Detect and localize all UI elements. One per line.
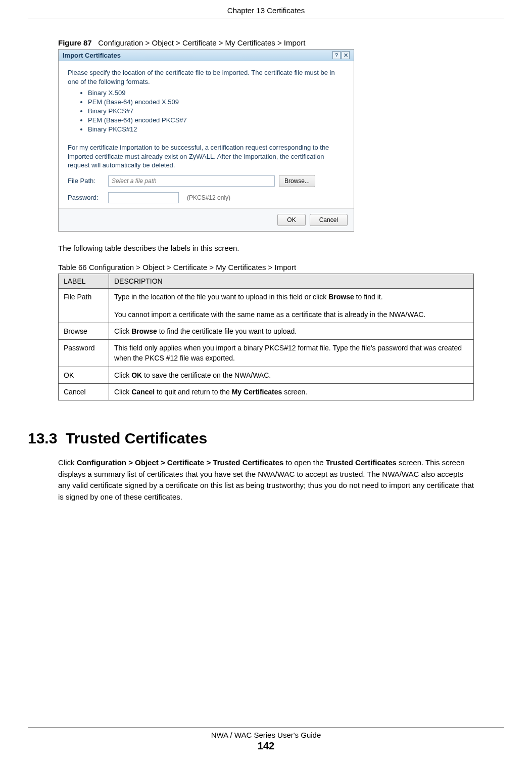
cell-label: Password — [59, 340, 109, 367]
format-list: Binary X.509 PEM (Base-64) encoded X.509… — [88, 89, 345, 133]
list-item: Binary PKCS#12 — [88, 125, 345, 133]
cell-description: Click OK to save the certificate on the … — [109, 367, 474, 383]
cancel-button[interactable]: Cancel — [310, 214, 348, 226]
table-header-label: LABEL — [59, 274, 109, 289]
divider-top — [28, 19, 504, 19]
table-row: Browse Click Browse to find the certific… — [59, 323, 474, 339]
password-label: Password: — [68, 194, 104, 201]
list-item: PEM (Base-64) encoded PKCS#7 — [88, 116, 345, 124]
table-row: Cancel Click Cancel to quit and return t… — [59, 384, 474, 400]
cell-description: This field only applies when you import … — [109, 340, 474, 367]
cell-label: Cancel — [59, 384, 109, 400]
table-row: File Path Type in the location of the fi… — [59, 289, 474, 323]
help-icon[interactable]: ? — [332, 51, 341, 59]
file-path-label: File Path: — [68, 177, 104, 185]
dialog-note: For my certificate importation to be suc… — [68, 143, 345, 170]
dialog-intro: Please specify the location of the certi… — [68, 68, 345, 86]
close-icon[interactable]: ✕ — [342, 51, 350, 59]
list-item: Binary X.509 — [88, 89, 345, 97]
cell-description: Click Browse to find the certificate fil… — [109, 323, 474, 339]
table-caption: Table 66 Configuration > Object > Certif… — [58, 263, 474, 272]
cell-label: Browse — [59, 323, 109, 339]
divider-bottom — [28, 727, 504, 728]
cell-label: File Path — [59, 289, 109, 323]
table-header-description: DESCRIPTION — [109, 274, 474, 289]
dialog-titlebar: Import Certificates ? ✕ — [59, 50, 354, 61]
list-item: Binary PKCS#7 — [88, 107, 345, 115]
password-hint: (PKCS#12 only) — [187, 194, 230, 201]
chapter-header: Chapter 13 Certificates — [28, 0, 504, 19]
dialog-title: Import Certificates — [63, 52, 121, 59]
file-path-input[interactable] — [108, 175, 275, 187]
after-figure-text: The following table describes the labels… — [58, 243, 474, 254]
cell-description: Type in the location of the file you wan… — [109, 289, 474, 323]
password-input[interactable] — [108, 192, 179, 203]
import-certificates-dialog: Import Certificates ? ✕ Please specify t… — [58, 49, 354, 232]
figure-caption: Figure 87 Configuration > Object > Certi… — [58, 38, 504, 47]
cell-description: Click Cancel to quit and return to the M… — [109, 384, 474, 400]
page-footer: NWA / WAC Series User's Guide 142 — [0, 727, 532, 752]
table-row: OK Click OK to save the certificate on t… — [59, 367, 474, 383]
section-body: Click Configuration > Object > Certifica… — [58, 457, 474, 503]
list-item: PEM (Base-64) encoded X.509 — [88, 98, 345, 106]
footer-page-number: 142 — [0, 740, 532, 752]
section-heading: 13.3 Trusted Certificates — [28, 430, 504, 447]
cell-label: OK — [59, 367, 109, 383]
browse-button[interactable]: Browse... — [279, 175, 315, 187]
footer-guide-title: NWA / WAC Series User's Guide — [0, 731, 532, 739]
description-table: LABEL DESCRIPTION File Path Type in the … — [58, 274, 474, 400]
ok-button[interactable]: OK — [277, 214, 305, 226]
table-row: Password This field only applies when yo… — [59, 340, 474, 367]
